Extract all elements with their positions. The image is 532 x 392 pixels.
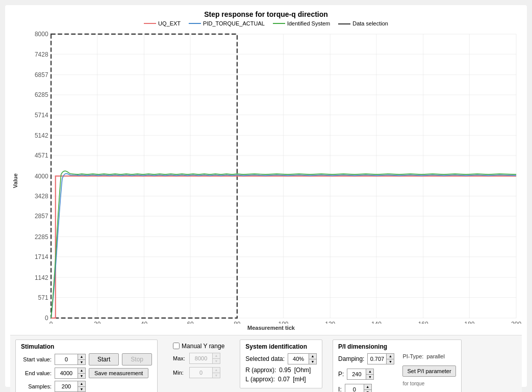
r-approx-row: R (approx): 0.95 [Ohm] xyxy=(245,367,317,374)
i-up[interactable]: ▲ xyxy=(364,384,371,389)
min-label: Min: xyxy=(173,370,187,376)
chart-inner: 8000 7428 6857 6285 5714 5142 4571 4000 … xyxy=(20,29,522,333)
end-value-spinners: ▲ ▼ xyxy=(78,368,85,378)
pi-dim-group: P/I dimensioning Damping: ▲ ▼ xyxy=(333,339,462,392)
p-down[interactable]: ▼ xyxy=(366,374,373,379)
pi-type-row: PI-Type: parallel xyxy=(402,353,455,359)
p-input[interactable]: ▲ ▼ xyxy=(347,369,374,380)
samples-input[interactable]: 200 ▲ ▼ xyxy=(55,381,86,392)
selected-up[interactable]: ▲ xyxy=(309,354,316,359)
samples-spinners: ▲ ▼ xyxy=(78,381,85,391)
chart-title: Step response for torque-q direction xyxy=(10,10,522,18)
r-approx-unit: [Ohm] xyxy=(294,367,311,374)
pi-dim-left: Damping: ▲ ▼ P: xyxy=(338,353,394,392)
legend-identified: Identified System xyxy=(273,20,330,27)
chart-container: Value xyxy=(10,29,522,333)
p-label: P: xyxy=(338,371,344,378)
i-label: I: xyxy=(338,386,342,392)
start-value-down[interactable]: ▼ xyxy=(78,359,85,364)
p-up[interactable]: ▲ xyxy=(366,369,373,374)
svg-text:3428: 3428 xyxy=(35,193,48,200)
max-spinners: ▲ ▼ xyxy=(212,353,220,363)
svg-text:2857: 2857 xyxy=(35,213,48,220)
samples-field[interactable]: 200 xyxy=(55,381,78,391)
start-value-input[interactable]: 0 ▲ ▼ xyxy=(55,354,86,365)
i-down[interactable]: ▼ xyxy=(364,389,371,392)
min-field[interactable]: 0 xyxy=(190,368,212,378)
selected-data-field[interactable] xyxy=(288,354,309,364)
svg-text:2285: 2285 xyxy=(35,233,48,241)
damping-row: Damping: ▲ ▼ xyxy=(338,353,394,364)
start-value-field[interactable]: 0 xyxy=(55,354,78,364)
l-approx-value: 0.07 xyxy=(278,376,290,383)
svg-text:8000: 8000 xyxy=(35,31,48,38)
svg-text:7428: 7428 xyxy=(35,51,48,58)
damping-input[interactable]: ▲ ▼ xyxy=(367,353,394,364)
l-approx-row: L (approx): 0.07 [mH] xyxy=(245,376,317,383)
max-down[interactable]: ▼ xyxy=(213,358,220,363)
end-value-input[interactable]: 4000 ▲ ▼ xyxy=(55,368,86,379)
svg-text:4571: 4571 xyxy=(35,152,48,159)
set-pi-button[interactable]: Set P/I parameter xyxy=(402,365,455,377)
start-value-up[interactable]: ▲ xyxy=(78,354,85,359)
selected-data-label: Selected data: xyxy=(245,355,285,362)
chart-legend: UQ_EXT PID_TORQUE_ACTUAL Identified Syst… xyxy=(10,20,522,27)
i-row: I: ▲ ▼ xyxy=(338,384,394,392)
end-value-down[interactable]: ▼ xyxy=(78,373,85,378)
pi-type-value: parallel xyxy=(426,353,444,359)
svg-text:0: 0 xyxy=(45,315,48,322)
min-up[interactable]: ▲ xyxy=(213,368,220,373)
min-input[interactable]: 0 ▲ ▼ xyxy=(189,367,220,378)
samples-down[interactable]: ▼ xyxy=(78,386,85,391)
max-label: Max: xyxy=(173,355,187,361)
end-value-field[interactable]: 4000 xyxy=(55,368,78,378)
p-row: P: ▲ ▼ xyxy=(338,369,394,380)
p-field[interactable] xyxy=(347,369,366,379)
max-field[interactable]: 8000 xyxy=(190,353,212,363)
max-input[interactable]: 8000 ▲ ▼ xyxy=(189,353,220,364)
r-approx-value: 0.95 xyxy=(279,367,291,374)
pi-dim-title: P/I dimensioning xyxy=(338,343,456,350)
i-spinners: ▲ ▼ xyxy=(364,384,371,392)
i-field[interactable] xyxy=(345,384,364,392)
max-up[interactable]: ▲ xyxy=(213,353,220,358)
end-value-label: End value: xyxy=(21,370,52,376)
svg-text:6857: 6857 xyxy=(35,71,48,79)
max-row: Max: 8000 ▲ ▼ xyxy=(173,353,224,364)
svg-text:6285: 6285 xyxy=(35,91,48,98)
system-id-title: System identification xyxy=(245,343,317,350)
controls-bar: Stimulation Start value: 0 ▲ ▼ Start Sto… xyxy=(10,335,522,392)
manual-y-checkbox[interactable] xyxy=(173,343,180,349)
min-spinners: ▲ ▼ xyxy=(212,368,220,378)
legend-uq-ext: UQ_EXT xyxy=(144,20,181,27)
start-button[interactable]: Start xyxy=(89,353,119,365)
start-value-spinners: ▲ ▼ xyxy=(78,354,85,364)
save-measurement-button[interactable]: Save measurement xyxy=(89,368,148,378)
l-approx-unit: [mH] xyxy=(293,376,306,383)
samples-row: Samples: 200 ▲ ▼ xyxy=(21,381,152,392)
pi-dim-right: PI-Type: parallel Set P/I parameter for … xyxy=(402,353,455,392)
damping-field[interactable] xyxy=(368,354,386,364)
legend-pid-torque: PID_TORQUE_ACTUAL xyxy=(189,20,265,27)
l-approx-label: L (approx): xyxy=(245,376,275,383)
svg-text:1714: 1714 xyxy=(35,253,48,260)
chart-svg[interactable]: 8000 7428 6857 6285 5714 5142 4571 4000 … xyxy=(20,29,522,324)
damping-down[interactable]: ▼ xyxy=(387,359,394,364)
selected-data-row: Selected data: ▲ ▼ xyxy=(245,353,317,364)
svg-text:5142: 5142 xyxy=(35,132,48,139)
svg-text:4000: 4000 xyxy=(35,173,48,180)
stimulation-group: Stimulation Start value: 0 ▲ ▼ Start Sto… xyxy=(15,339,158,392)
stimulation-title: Stimulation xyxy=(21,343,152,350)
min-row: Min: 0 ▲ ▼ xyxy=(173,367,224,378)
i-input[interactable]: ▲ ▼ xyxy=(345,384,372,392)
end-value-up[interactable]: ▲ xyxy=(78,368,85,373)
start-value-row: Start value: 0 ▲ ▼ Start Stop xyxy=(21,353,152,365)
selected-down[interactable]: ▼ xyxy=(309,359,316,364)
min-down[interactable]: ▼ xyxy=(213,373,220,378)
damping-up[interactable]: ▲ xyxy=(387,354,394,359)
y-axis-label: Value xyxy=(10,29,20,333)
samples-up[interactable]: ▲ xyxy=(78,381,85,386)
stop-button[interactable]: Stop xyxy=(122,353,152,365)
selected-data-input[interactable]: ▲ ▼ xyxy=(288,353,317,364)
svg-text:571: 571 xyxy=(38,294,48,301)
